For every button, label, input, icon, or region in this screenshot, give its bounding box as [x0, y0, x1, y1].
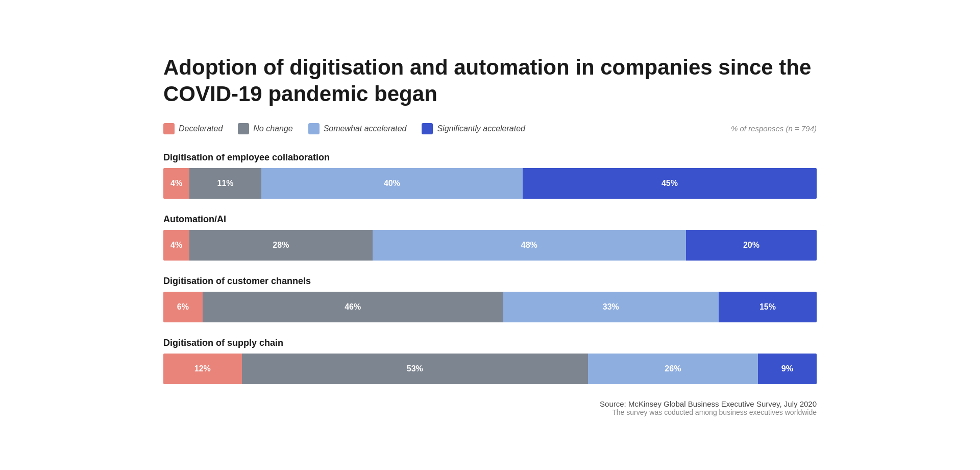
chart-label-employee-collaboration: Digitisation of employee collaboration — [163, 152, 817, 163]
chart-section-customer-channels: Digitisation of customer channels6%46%33… — [163, 276, 817, 322]
bar-segment-somewhat: 33% — [503, 292, 719, 322]
bar-segment-somewhat: 48% — [373, 230, 686, 261]
legend-swatch-significant — [422, 123, 433, 134]
chart-title: Adoption of digitisation and automation … — [163, 54, 817, 108]
bar-segment-decelerated: 12% — [163, 354, 242, 384]
bar-segment-decelerated: 6% — [163, 292, 203, 322]
chart-section-supply-chain: Digitisation of supply chain12%53%26%9% — [163, 338, 817, 384]
legend-label-somewhat: Somewhat accelerated — [324, 124, 407, 133]
main-container: Adoption of digitisation and automation … — [133, 34, 847, 437]
bar-segment-significant: 15% — [719, 292, 817, 322]
legend-swatch-no-change — [238, 123, 249, 134]
bar-segment-no-change: 46% — [203, 292, 503, 322]
legend: DeceleratedNo changeSomewhat accelerated… — [163, 123, 817, 134]
legend-label-decelerated: Decelerated — [179, 124, 223, 133]
source-block: Source: McKinsey Global Business Executi… — [163, 400, 817, 416]
bar-container-customer-channels: 6%46%33%15% — [163, 292, 817, 322]
chart-section-employee-collaboration: Digitisation of employee collaboration4%… — [163, 152, 817, 199]
bar-segment-somewhat: 40% — [261, 168, 523, 199]
source-line2: The survey was coducted among business e… — [163, 408, 817, 416]
bar-container-employee-collaboration: 4%11%40%45% — [163, 168, 817, 199]
charts-wrapper: Digitisation of employee collaboration4%… — [163, 152, 817, 384]
chart-label-automation-ai: Automation/AI — [163, 214, 817, 225]
legend-label-no-change: No change — [253, 124, 292, 133]
legend-note: % of responses (n = 794) — [731, 124, 817, 133]
bar-segment-no-change: 53% — [242, 354, 588, 384]
bar-segment-no-change: 11% — [189, 168, 261, 199]
bar-segment-no-change: 28% — [189, 230, 372, 261]
chart-label-customer-channels: Digitisation of customer channels — [163, 276, 817, 287]
chart-label-supply-chain: Digitisation of supply chain — [163, 338, 817, 348]
legend-swatch-decelerated — [163, 123, 175, 134]
source-line1: Source: McKinsey Global Business Executi… — [163, 400, 817, 408]
bar-segment-decelerated: 4% — [163, 168, 189, 199]
bar-segment-significant: 20% — [686, 230, 817, 261]
bar-segment-decelerated: 4% — [163, 230, 189, 261]
legend-label-significant: Significantly accelerated — [437, 124, 525, 133]
legend-item-decelerated: Decelerated — [163, 123, 223, 134]
legend-item-significant: Significantly accelerated — [422, 123, 525, 134]
legend-swatch-somewhat — [308, 123, 320, 134]
chart-section-automation-ai: Automation/AI4%28%48%20% — [163, 214, 817, 261]
bar-container-supply-chain: 12%53%26%9% — [163, 354, 817, 384]
legend-item-somewhat: Somewhat accelerated — [308, 123, 407, 134]
bar-segment-significant: 45% — [523, 168, 817, 199]
legend-item-no-change: No change — [238, 123, 292, 134]
bar-segment-somewhat: 26% — [588, 354, 758, 384]
bar-container-automation-ai: 4%28%48%20% — [163, 230, 817, 261]
bar-segment-significant: 9% — [758, 354, 817, 384]
